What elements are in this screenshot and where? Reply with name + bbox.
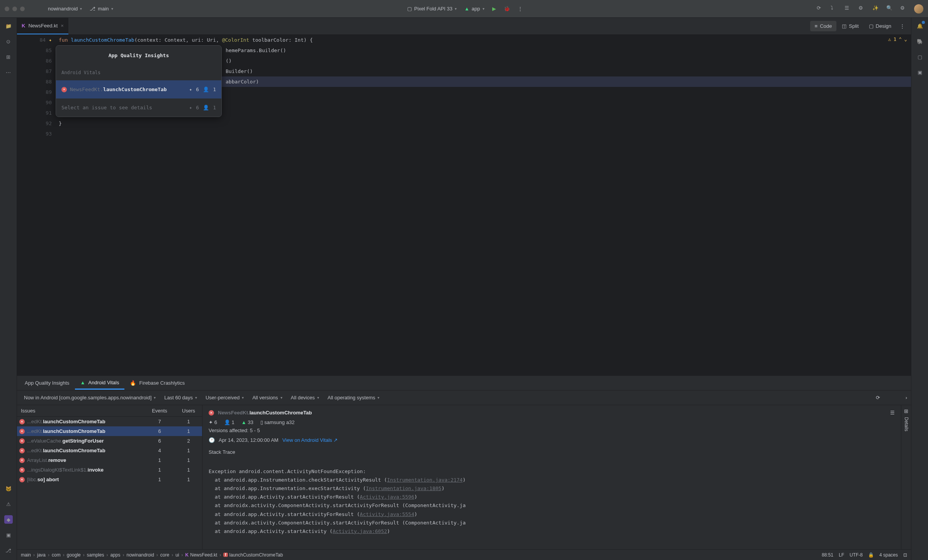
design-view-button[interactable]: ▢ Design [864,21,896,31]
issue-row[interactable]: ✕[libc.so] abort 1 1 [17,475,202,484]
inspection-widget[interactable]: ⚠ 1 ⌃ ⌄ [888,36,907,42]
versions-filter[interactable]: All versions▾ [249,393,285,402]
notifications-icon[interactable]: 🔔 [916,22,924,30]
error-icon: ✕ [19,458,25,463]
tab-crashlytics[interactable]: 🔥 Firebase Crashlytics [124,377,190,389]
table-view-button[interactable]: ☰ [890,410,895,416]
prev-highlight-button[interactable]: ⌃ [899,36,902,42]
tab-android-vitals[interactable]: ▲ Android Vitals [75,377,125,390]
error-icon: ✕ [19,419,25,424]
close-tab-button[interactable]: × [61,23,64,29]
stack-link[interactable]: Activity.java:5554 [360,511,414,517]
more-actions-button[interactable]: ⋮ [518,6,523,12]
branch-selector[interactable]: ⎇ main ▾ [90,6,113,12]
problems-tool-icon[interactable]: ⚠ [4,500,13,508]
stack-link[interactable]: Instrumentation.java:1805 [366,485,442,491]
stack-trace[interactable]: Exception android.content.ActivityNotFou… [209,459,895,544]
breadcrumb-seg[interactable]: K NewsFeed.kt [185,552,218,558]
breadcrumb-seg[interactable]: google [67,552,81,558]
debug-button[interactable]: 🐞 [504,6,510,12]
stack-link[interactable]: Activity.java:6052 [333,528,387,534]
settings-icon[interactable]: ⚙ [900,5,908,13]
code-editor[interactable]: ⚠ 1 ⌃ ⌄ 84✦ 85 86 87 88 89 90 91 92 93 [17,35,911,375]
gradle-tool-icon[interactable]: 🐘 [916,37,924,46]
cursor-position[interactable]: 88:51 [822,552,833,558]
more-tools-icon[interactable]: ⋯ [4,68,13,76]
logcat-tool-icon[interactable]: 🐱 [4,484,13,493]
task-icon[interactable]: ☰ [845,5,852,13]
app-filter[interactable]: Now in Android [com.google.samples.apps.… [21,393,159,402]
next-highlight-button[interactable]: ⌄ [904,36,907,42]
crash-gutter-icon[interactable]: ✦ [49,35,52,45]
time-filter[interactable]: Last 60 days▾ [161,393,200,402]
device-selector[interactable]: ▢ Pixel Fold API 33 ▾ [407,6,457,12]
file-encoding[interactable]: UTF-8 [850,552,863,558]
project-selector[interactable]: nowinandroid ▾ [48,6,82,12]
breadcrumb-seg[interactable]: nowinandroid [126,552,154,558]
editor-more-button[interactable]: ⋮ [897,23,908,29]
stack-link[interactable]: Instrumentation.java:2174 [387,477,463,483]
close-window-button[interactable] [5,7,9,11]
header-events[interactable]: Events [144,408,175,414]
code-content[interactable]: fun launchCustomChromeTab(context: Conte… [56,35,911,375]
maximize-window-button[interactable] [20,7,25,11]
issue-row[interactable]: ✕...edKt.launchCustomChromeTab 6 1 [17,426,202,436]
aqi-tool-icon[interactable]: ◆ [4,515,13,524]
breadcrumb-seg[interactable]: f launchCustomChromeTab [223,552,283,558]
search-icon[interactable]: 🔍 [886,5,894,13]
tab-aqi[interactable]: App Quality Insights [19,377,75,389]
commit-tool-icon[interactable]: ⊙ [4,37,13,46]
user-avatar[interactable] [914,4,923,14]
next-button[interactable]: › [906,395,907,400]
window-controls [5,7,25,11]
assistant-icon[interactable]: ✨ [872,5,880,13]
header-issues[interactable]: Issues [17,408,144,414]
device-manager-icon[interactable]: ▢ [916,53,924,61]
refresh-button[interactable]: ⟳ [876,395,880,400]
line-separator[interactable]: LF [839,552,844,558]
devices-filter[interactable]: All devices▾ [288,393,322,402]
code-view-button[interactable]: ≡ Code [810,21,837,31]
update-icon[interactable]: ⟳ [817,5,824,13]
chevron-right-icon: › [106,552,108,558]
run-button[interactable]: ▶ [492,6,496,12]
version-control-tool-icon[interactable]: ⎇ [4,546,13,555]
editor-tab-newsfeed[interactable]: K NewsFeed.kt × [17,18,68,34]
terminal-tool-icon[interactable]: ▣ [4,531,13,539]
split-view-button[interactable]: ◫ Split [837,21,863,31]
crash-icon: ✦ [189,84,192,95]
breadcrumb-seg[interactable]: samples [87,552,104,558]
issue-row[interactable]: ✕...eValueCache.getStringForUser 6 2 [17,436,202,446]
sync-icon[interactable]: ⤵ [831,5,838,13]
chevron-right-icon: › [182,552,183,558]
minimize-window-button[interactable] [12,7,17,11]
device-name: Pixel Fold API 33 [414,6,452,12]
profiler-icon[interactable]: ⚙ [858,5,866,13]
project-tool-icon[interactable]: 📁 [4,22,13,30]
issue-row[interactable]: ✕...ingsDialogKt$TextLink$1.invoke 1 1 [17,465,202,475]
view-on-vitals-link[interactable]: View on Android Vitals ↗ [282,437,338,443]
breadcrumb-seg[interactable]: ui [175,552,179,558]
memory-icon[interactable]: ⊡ [903,552,907,558]
os-filter[interactable]: All operating systems▾ [325,393,383,402]
perception-filter[interactable]: User-perceived▾ [202,393,247,402]
issue-row[interactable]: ✕...edKt.launchCustomChromeTab 4 1 [17,446,202,455]
grid-icon[interactable]: ⊞ [904,408,908,414]
breadcrumb-seg[interactable]: main [21,552,31,558]
stack-link[interactable]: Activity.java:5596 [360,494,414,500]
breadcrumb-seg[interactable]: java [37,552,46,558]
chevron-right-icon: › [83,552,85,558]
emulator-tool-icon[interactable]: ▣ [916,68,924,76]
details-rail-label[interactable]: Details [904,417,909,431]
header-users[interactable]: Users [175,408,202,414]
indent-setting[interactable]: 4 spaces [879,552,898,558]
breadcrumb-seg[interactable]: apps [110,552,120,558]
issue-row[interactable]: ✕ArrayList.remove 1 1 [17,455,202,465]
issue-row[interactable]: ✕...edKt.launchCustomChromeTab 7 1 [17,417,202,426]
resource-tool-icon[interactable]: ⊞ [4,53,13,61]
readonly-icon[interactable]: 🔒 [868,552,874,558]
breadcrumb-seg[interactable]: core [160,552,169,558]
breadcrumb-seg[interactable]: com [52,552,61,558]
popup-issue-item[interactable]: ✕ NewsFeedKt.launchCustomChromeTab ✦6 👤1 [56,80,221,98]
run-config-selector[interactable]: ▲ app ▾ [464,6,484,12]
